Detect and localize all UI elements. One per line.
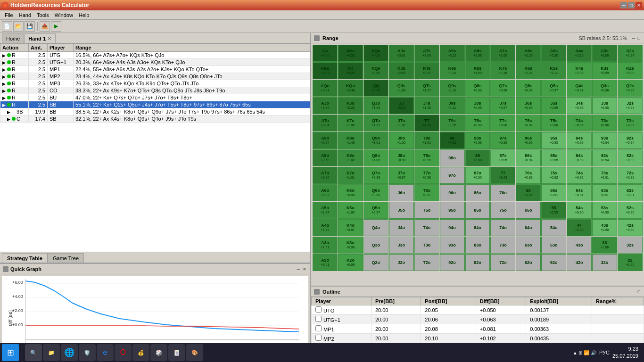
start-button[interactable]: ⊞	[2, 344, 19, 361]
range-cell[interactable]: Q7o+0.99	[363, 167, 388, 184]
range-cell[interactable]: AQs+4.20	[363, 45, 388, 62]
range-cell[interactable]: K6o+0.98	[338, 184, 363, 201]
range-cell[interactable]: K4s+1.00	[567, 62, 592, 79]
range-cell[interactable]: ATo+3.34	[313, 115, 338, 132]
range-cell[interactable]: K2s+0.99	[618, 62, 643, 79]
range-minimize-btn[interactable]: ─	[631, 35, 636, 41]
range-cell[interactable]: T6s+0.97	[516, 115, 541, 132]
range-cell[interactable]: Q8o+1.00	[363, 149, 388, 166]
toolbar-new[interactable]: 📄	[2, 21, 12, 32]
range-cell[interactable]: 77+3.42	[490, 167, 515, 184]
table-row[interactable]: ▶ C17.4SB32.1%, 22+ Ax K4s+ K8o+ Q9s+ QT…	[0, 115, 310, 123]
range-cell[interactable]: Q3s+0.96	[592, 80, 617, 97]
minimize-button[interactable]: ─	[620, 2, 627, 8]
range-cell[interactable]: 62o	[516, 254, 541, 271]
range-cell[interactable]: 93s+0.94	[592, 132, 617, 149]
range-cell[interactable]: T3o	[414, 237, 439, 254]
range-cell[interactable]: A6o+1.92	[313, 184, 338, 201]
range-cell[interactable]: 44+2.20	[567, 219, 592, 236]
range-cell[interactable]: K8o+1.02	[338, 149, 363, 166]
range-cell[interactable]: 42s+0.90	[618, 219, 643, 236]
range-cell[interactable]: 55+2.55	[541, 202, 566, 219]
range-cell[interactable]: J9o+1.00	[389, 132, 414, 149]
range-cell[interactable]: Q6o+0.98	[363, 184, 388, 201]
range-cell[interactable]: 95o	[440, 202, 465, 219]
range-cell[interactable]: QTo+1.31	[363, 115, 388, 132]
range-cell[interactable]: 53s+0.90	[592, 202, 617, 219]
range-cell[interactable]: AJs+3.91	[389, 45, 414, 62]
graph-minimize-btn[interactable]: ─	[296, 266, 301, 272]
taskbar-app-money[interactable]: 💰	[132, 344, 149, 361]
range-cell[interactable]: 85o	[465, 202, 490, 219]
range-cell[interactable]: T2s+0.96	[618, 115, 643, 132]
range-cell[interactable]: AKs+4.52	[338, 45, 363, 62]
range-cell[interactable]: J6o	[389, 184, 414, 201]
range-cell[interactable]: A9s+3.19	[440, 45, 465, 62]
range-cell[interactable]: QJo+1.55	[363, 97, 388, 114]
range-cell[interactable]: J2o	[389, 254, 414, 271]
range-cell[interactable]: KJo+2.20	[338, 97, 363, 114]
range-cell[interactable]: J9s+1.10	[440, 97, 465, 114]
range-cell[interactable]: K9o+1.46	[338, 132, 363, 149]
range-cell[interactable]: A2s+1.97	[618, 45, 643, 62]
range-cell[interactable]: 82o	[465, 254, 490, 271]
range-cell[interactable]: 75s+0.92	[541, 167, 566, 184]
menu-tools[interactable]: Tools	[34, 12, 52, 18]
range-cell[interactable]: AA+7.06	[313, 45, 338, 62]
range-cell[interactable]: 92s+0.94	[618, 132, 643, 149]
range-cell[interactable]: 74o	[490, 219, 515, 236]
range-cell[interactable]: QJs+1.99	[389, 80, 414, 97]
range-cell[interactable]: KK+6.29	[338, 62, 363, 79]
range-cell[interactable]: 98o	[440, 149, 465, 166]
taskbar-app-search[interactable]: 🔍	[25, 344, 42, 361]
range-cell[interactable]: J7o+0.97	[389, 167, 414, 184]
range-cell[interactable]: T6o+0.97	[414, 184, 439, 201]
range-cell[interactable]: A8s+2.88	[465, 45, 490, 62]
range-cell[interactable]: QQ+5.73	[363, 80, 388, 97]
taskbar-app-shield[interactable]: 🛡️	[79, 344, 96, 361]
range-cell[interactable]: Q7s+0.98	[490, 80, 515, 97]
table-row[interactable]: ▶ R2.5UTG+120.3%, 66+ A6s+ A4s-A3s A3o+ …	[0, 59, 310, 66]
range-cell[interactable]: AJo+3.60	[313, 97, 338, 114]
range-cell[interactable]: 94s+0.95	[567, 132, 592, 149]
range-cell[interactable]: A5s+2.30	[541, 45, 566, 62]
menu-file[interactable]: File	[2, 12, 16, 18]
outline-minimize-btn[interactable]: ─	[631, 289, 636, 295]
table-row[interactable]: ▶ R2.5MP228.4%, 44+ Ax KJs+ K8s KQo KTo-…	[0, 73, 310, 80]
range-cell[interactable]: T2o	[414, 254, 439, 271]
range-cell[interactable]: T4s+0.96	[567, 115, 592, 132]
outline-checkbox[interactable]	[315, 325, 322, 331]
range-cell[interactable]: 53o	[541, 237, 566, 254]
range-cell[interactable]: J5s+0.96	[541, 97, 566, 114]
outline-checkbox[interactable]	[315, 306, 322, 313]
range-cell[interactable]: 84s+0.93	[567, 149, 592, 166]
taskbar-app-explorer[interactable]: 📁	[43, 344, 60, 361]
range-cell[interactable]: Q2s+0.96	[618, 80, 643, 97]
taskbar-app-ie[interactable]: e	[97, 344, 114, 361]
range-cell[interactable]: 97o	[440, 167, 465, 184]
toolbar-open[interactable]: 📂	[13, 21, 24, 32]
range-cell[interactable]: Q4o	[363, 219, 388, 236]
range-cell[interactable]: A7s+2.60	[490, 45, 515, 62]
range-cell[interactable]: J4s+0.95	[567, 97, 592, 114]
range-cell[interactable]: QTs+1.77	[414, 80, 439, 97]
tab-game-tree[interactable]: Game Tree	[48, 253, 84, 263]
table-row[interactable]: ▶ R2.5CO38.3%, 22+ Ax K9s+ K7o+ QTs+ Q8s…	[0, 87, 310, 94]
range-cell[interactable]: J7s+0.97	[490, 97, 515, 114]
range-cell[interactable]: 97s+0.96	[490, 132, 515, 149]
range-maximize-btn[interactable]: □	[637, 35, 641, 41]
range-cell[interactable]: 87o+0.95	[465, 167, 490, 184]
range-cell[interactable]: 99+4.16	[440, 132, 465, 149]
range-cell[interactable]: K4o+0.97	[338, 219, 363, 236]
toolbar-save[interactable]: 💾	[25, 21, 35, 32]
range-cell[interactable]: 86s+0.94	[516, 149, 541, 166]
range-cell[interactable]: T9o+1.01	[414, 132, 439, 149]
range-cell[interactable]: K6s+1.24	[516, 62, 541, 79]
range-cell[interactable]: AKo+4.27	[313, 62, 338, 79]
range-cell[interactable]: JTo+1.01	[389, 115, 414, 132]
range-cell[interactable]: J3s+0.95	[592, 97, 617, 114]
range-cell[interactable]: Q2o	[363, 254, 388, 271]
range-cell[interactable]: 76o	[490, 184, 515, 201]
range-cell[interactable]: K5o+1.00	[338, 202, 363, 219]
table-row[interactable]: ▶ 3B19.9BB38.5%, 22+ Ax K2s+ K8o+ Q6s+ Q…	[0, 108, 310, 115]
